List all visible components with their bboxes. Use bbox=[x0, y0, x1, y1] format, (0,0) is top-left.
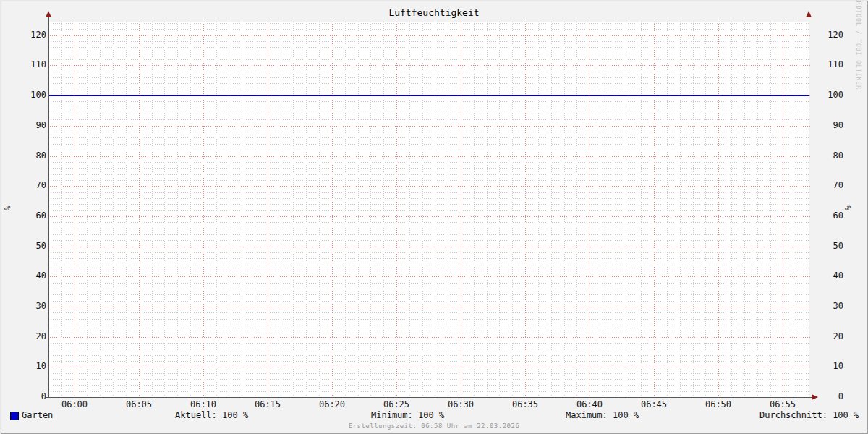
legend-color-swatch bbox=[10, 412, 19, 420]
y-axis-tick-label-right: 90 bbox=[814, 121, 843, 130]
stat-aktuell: Aktuell: 100 % bbox=[175, 411, 248, 420]
rrdtool-graph: Luftfeuchtigkeit 00101020203030404050506… bbox=[0, 0, 868, 434]
x-axis-tick-label: 06:40 bbox=[574, 400, 605, 409]
y-axis-tick-label-right: 20 bbox=[814, 332, 843, 341]
x-axis-tick-label: 06:30 bbox=[445, 400, 477, 409]
x-axis-tick-label: 06:50 bbox=[702, 400, 734, 409]
y-axis-tick-label-right: 70 bbox=[814, 181, 843, 190]
x-axis-tick-label: 06:00 bbox=[59, 400, 90, 409]
x-axis-tick-label: 06:15 bbox=[252, 400, 284, 409]
y-axis-unit-label-right: % bbox=[843, 187, 853, 230]
y-axis-tick-label-right: 0 bbox=[814, 392, 843, 401]
y-axis-tick-label-left: 10 bbox=[17, 362, 46, 371]
legend-series-label: Garten bbox=[22, 411, 53, 420]
y-axis-tick-label-left: 30 bbox=[17, 302, 46, 311]
y-axis-tick-label-left: 100 bbox=[17, 90, 46, 100]
stat-maximum: Maximum: 100 % bbox=[566, 411, 639, 420]
x-axis-tick-label: 06:35 bbox=[509, 400, 541, 409]
y-axis-tick-label-left: 90 bbox=[17, 121, 46, 130]
y-axis-tick-label-left: 110 bbox=[17, 60, 46, 69]
x-axis-tick-label: 06:05 bbox=[123, 400, 155, 409]
x-axis-tick-label: 06:10 bbox=[187, 400, 219, 409]
y-axis-tick-label-left: 80 bbox=[17, 151, 46, 161]
y-axis-tick-label-left: 50 bbox=[17, 242, 46, 251]
y-axis-tick-label-right: 100 bbox=[814, 90, 843, 100]
y-axis-unit-label-left: % bbox=[3, 187, 12, 230]
y-axis-tick-label-right: 10 bbox=[814, 362, 843, 371]
y-axis-tick-label-right: 110 bbox=[814, 60, 843, 69]
y-axis-tick-label-right: 80 bbox=[814, 151, 843, 161]
y-axis-tick-label-left: 70 bbox=[17, 181, 46, 190]
x-axis-tick-label: 06:20 bbox=[316, 400, 348, 409]
y-axis-tick-label-right: 30 bbox=[814, 302, 843, 311]
plot-area bbox=[0, 0, 868, 434]
y-axis-tick-label-left: 40 bbox=[17, 271, 46, 281]
y-axis-tick-label-right: 120 bbox=[814, 30, 843, 40]
creation-time-text: Erstellungszeit: 06:58 Uhr am 22.03.2026 bbox=[0, 422, 868, 430]
stat-minimum: Minimum: 100 % bbox=[371, 411, 444, 420]
y-axis-tick-label-left: 120 bbox=[17, 30, 46, 40]
x-axis-tick-label: 06:45 bbox=[638, 400, 670, 409]
y-axis-tick-label-left: 0 bbox=[17, 392, 46, 401]
stat-durchschnitt: Durchschnitt: 100 % bbox=[760, 411, 859, 420]
y-axis-tick-label-right: 40 bbox=[814, 271, 843, 281]
y-axis-tick-label-left: 20 bbox=[17, 332, 46, 341]
x-axis-tick-label: 06:55 bbox=[767, 400, 799, 409]
y-axis-tick-label-right: 60 bbox=[814, 211, 843, 221]
y-axis-tick-label-right: 50 bbox=[814, 242, 843, 251]
y-axis-tick-label-left: 60 bbox=[17, 211, 46, 221]
x-axis-tick-label: 06:25 bbox=[380, 400, 412, 409]
rrdtool-watermark: RRDTOOL / TOBI OETIKER bbox=[854, 0, 861, 98]
